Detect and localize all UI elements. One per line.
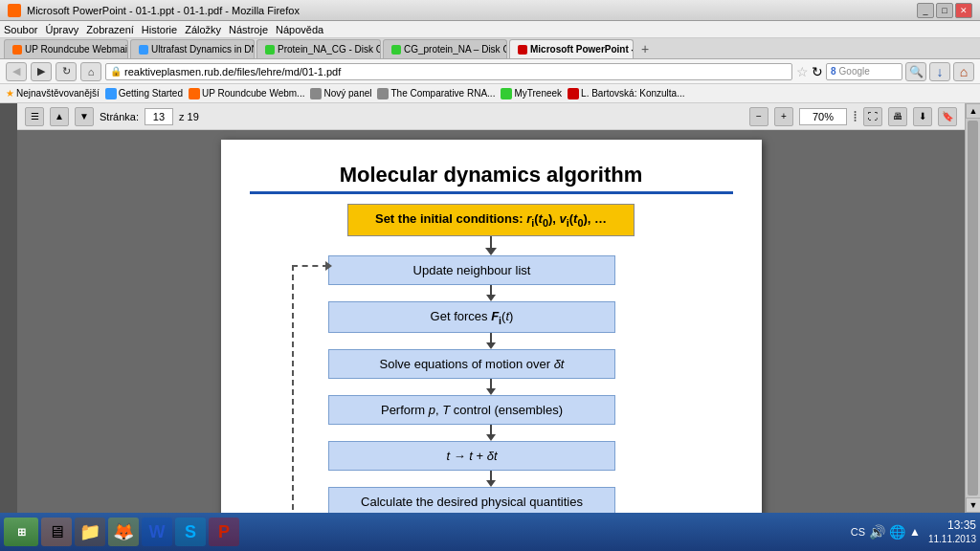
loop-arrow-head — [325, 261, 332, 271]
menu-bar: Soubor Úpravy Zobrazení Historie Záložky… — [0, 21, 980, 38]
bookmark-icon — [310, 88, 322, 99]
bookmark-label: UP Roundcube Webm... — [202, 88, 304, 99]
home-button[interactable]: ⌂ — [80, 62, 101, 81]
taskbar-icon-3[interactable]: 🦊 — [108, 518, 139, 546]
flow-box-forces: Get forces Fi(t) — [328, 301, 615, 334]
loop-top-line — [292, 265, 328, 267]
bookmark-label: Nejnavštěvovanější — [16, 88, 100, 99]
bookmark-roundcube[interactable]: UP Roundcube Webm... — [189, 88, 304, 99]
taskbar-icon-ppt[interactable]: P — [209, 518, 239, 546]
zoom-input[interactable] — [799, 108, 847, 125]
tab-ultrafast[interactable]: Ultrafast Dynamics in DNA: "Fraying" ... — [130, 39, 255, 58]
address-bar[interactable]: 🔒 reaktiveplasmen.rub.de/files/lehre/md/… — [105, 63, 792, 80]
menu-upravy[interactable]: Úpravy — [45, 24, 78, 35]
star-icon[interactable]: ☆ — [796, 64, 809, 79]
minimize-button[interactable]: _ — [917, 3, 934, 18]
taskbar-icon-skype[interactable]: S — [175, 518, 206, 546]
bookmark-bartovska[interactable]: L. Bartovská: Konzulta... — [568, 88, 684, 99]
start-button[interactable]: ⊞ — [4, 518, 38, 546]
pdf-scroll-area[interactable]: Molecular dynamics algorithm Set the ini… — [17, 130, 965, 513]
loop-left-line — [292, 265, 294, 513]
bookmark-mytreneek[interactable]: MyTreneek — [501, 88, 562, 99]
zoom-minus-button[interactable]: − — [749, 107, 768, 126]
page-label: Stránka: — [100, 111, 139, 122]
download-button[interactable]: ⬇ — [913, 107, 932, 126]
maximize-button[interactable]: □ — [936, 3, 953, 18]
flow-box-equations: Solve equations of motion over δt — [328, 349, 615, 379]
left-sidebar — [0, 103, 17, 513]
bookmark-icon — [189, 88, 200, 99]
refresh-button[interactable]: ↻ — [56, 62, 77, 81]
language-indicator: CS — [851, 526, 865, 538]
refresh-icon[interactable]: ↻ — [812, 64, 823, 79]
scroll-down-button[interactable]: ▼ — [966, 497, 980, 513]
bookmarks-bar: ★ Nejnavštěvovanější Getting Started UP … — [0, 84, 980, 103]
flow-box-calculate: Calculate the desired physical quantitie… — [328, 487, 615, 513]
sidebar-toggle[interactable]: ☰ — [25, 107, 44, 126]
bookmark-label: Nový panel — [323, 88, 371, 99]
main-area: ☰ ▲ ▼ Stránka: z 19 − + ⁞ ⛶ 🖶 ⬇ 🔖 — [0, 103, 980, 513]
bookmark-novy-panel[interactable]: Nový panel — [310, 88, 371, 99]
download-icon[interactable]: ↓ — [929, 62, 950, 81]
menu-nastroje[interactable]: Nástroje — [229, 24, 268, 35]
back-button[interactable]: ◀ — [6, 62, 27, 81]
bookmark-label: L. Bartovská: Konzulta... — [581, 88, 684, 99]
taskbar-icon-2[interactable]: 📁 — [75, 518, 105, 546]
bookmark-icon — [501, 88, 512, 99]
loop-container: Update neighbour list Get forces Fi(t) — [328, 255, 654, 513]
flow-box-time: t → t + δt — [328, 441, 615, 471]
viewer-area: ☰ ▲ ▼ Stránka: z 19 − + ⁞ ⛶ 🖶 ⬇ 🔖 — [17, 103, 965, 513]
flow-box-init: Set the initial conditions: ri(t0), vi(t… — [347, 204, 635, 236]
title-bar: Microsoft PowerPoint - 01-1.ppt - 01-1.p… — [0, 0, 980, 21]
bookmark-star-icon: ★ — [6, 88, 14, 99]
bookmark-getting-started[interactable]: Getting Started — [105, 88, 183, 99]
window-title: Microsoft PowerPoint - 01-1.ppt - 01-1.p… — [27, 5, 300, 16]
system-clock: 13:35 11.11.2013 — [928, 518, 976, 546]
tab-powerpoint[interactable]: Microsoft PowerPoint - 01-1.ppt - 01-...… — [509, 39, 634, 58]
pdf-toolbar: ☰ ▲ ▼ Stránka: z 19 − + ⁞ ⛶ 🖶 ⬇ 🔖 — [17, 103, 965, 130]
tab-cg-protein[interactable]: CG_protein_NA – Disk Google — [383, 39, 507, 58]
menu-zalozky[interactable]: Záložky — [185, 24, 221, 35]
bookmark-nejnavstevovanejsi[interactable]: ★ Nejnavštěvovanější — [6, 88, 100, 99]
scroll-thumb[interactable] — [968, 121, 978, 496]
browser-icon — [8, 4, 21, 17]
page-total: z 19 — [179, 111, 199, 122]
tray-icon-2: 🌐 — [889, 524, 905, 540]
flow-box-control: Perform p, T control (ensembles) — [328, 395, 615, 425]
new-tab-button[interactable]: + — [635, 39, 655, 58]
print-button[interactable]: 🖶 — [888, 107, 907, 126]
forward-button[interactable]: ▶ — [31, 62, 52, 81]
menu-napoveda[interactable]: Nápověda — [276, 24, 323, 35]
nav-right: ☆ ↻ 8 Google 🔍 ↓ ⌂ — [796, 62, 974, 81]
lock-icon: 🔒 — [110, 66, 122, 77]
taskbar: ⊞ 🖥 📁 🦊 W S P CS 🔊 🌐 ▲ 13:35 11.11.2013 — [0, 513, 980, 551]
bookmark-icon — [377, 88, 389, 99]
bookmark-label: MyTreneek — [514, 88, 562, 99]
search-button[interactable]: 🔍 — [905, 62, 926, 81]
search-bar[interactable]: 8 Google — [826, 63, 902, 80]
close-button[interactable]: ✕ — [955, 3, 972, 18]
zoom-plus-button[interactable]: + — [774, 107, 793, 126]
pdf-next-page[interactable]: ▼ — [75, 107, 94, 126]
page-number-input[interactable] — [145, 108, 173, 125]
bookmark-label: Getting Started — [119, 88, 183, 99]
clock-date: 11.11.2013 — [928, 533, 976, 545]
taskbar-icon-1[interactable]: 🖥 — [41, 518, 72, 546]
bookmark-icon — [568, 88, 579, 99]
fullscreen-button[interactable]: ⛶ — [863, 107, 882, 126]
taskbar-icon-word[interactable]: W — [142, 518, 172, 546]
menu-soubor[interactable]: Soubor — [4, 24, 37, 35]
right-scrollbar: ▲ ▼ — [965, 103, 980, 513]
pdf-prev-page[interactable]: ▲ — [50, 107, 69, 126]
window-controls: _ □ ✕ — [917, 3, 972, 18]
tab-roundcube[interactable]: UP Roundcube Webmail :: Příchozí p... — [4, 39, 128, 58]
bookmark-pdf-button[interactable]: 🔖 — [938, 107, 957, 126]
flow-box-neighbour: Update neighbour list — [328, 255, 615, 285]
menu-historie[interactable]: Historie — [142, 24, 177, 35]
tray-icon-1: 🔊 — [869, 524, 885, 540]
tab-protein[interactable]: Protein_NA_CG - Disk Google — [256, 39, 381, 58]
scroll-up-button[interactable]: ▲ — [966, 103, 980, 119]
bookmark-rna[interactable]: The Comparative RNA... — [377, 88, 495, 99]
home-icon2[interactable]: ⌂ — [953, 62, 974, 81]
menu-zobrazeni[interactable]: Zobrazení — [86, 24, 134, 35]
